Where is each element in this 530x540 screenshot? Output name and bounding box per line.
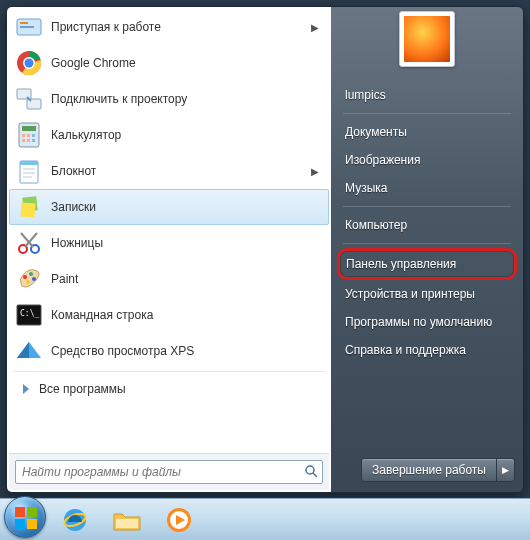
svg-text:C:\_: C:\_	[20, 309, 39, 318]
svg-rect-41	[116, 519, 138, 528]
program-notepad[interactable]: Блокнот ▶	[9, 153, 329, 189]
program-label: Приступая к работе	[51, 20, 311, 34]
right-computer[interactable]: Компьютер	[337, 211, 517, 239]
svg-rect-36	[27, 507, 37, 517]
svg-rect-35	[15, 507, 25, 517]
program-label: Подключить к проектору	[51, 92, 323, 106]
sticky-notes-icon	[13, 191, 45, 223]
divider	[13, 371, 325, 372]
program-getting-started[interactable]: Приступая к работе ▶	[9, 9, 329, 45]
search-icon[interactable]	[300, 464, 322, 481]
svg-point-28	[29, 272, 33, 276]
program-list: Приступая к работе ▶ Google Chrome Подкл…	[9, 9, 329, 453]
svg-point-29	[32, 277, 36, 281]
getting-started-icon	[13, 11, 45, 43]
svg-rect-2	[20, 26, 34, 28]
svg-rect-11	[27, 134, 30, 137]
svg-rect-1	[20, 22, 28, 24]
svg-rect-22	[21, 203, 36, 218]
search-row	[9, 453, 329, 490]
shutdown-button[interactable]: Завершение работы ▶	[361, 458, 515, 482]
submenu-arrow-icon: ▶	[311, 22, 323, 33]
right-devices-printers[interactable]: Устройства и принтеры	[337, 280, 517, 308]
user-avatar[interactable]	[399, 11, 455, 67]
svg-rect-12	[32, 134, 35, 137]
right-pictures[interactable]: Изображения	[337, 146, 517, 174]
svg-rect-10	[22, 134, 25, 137]
right-user[interactable]: lumpics	[337, 81, 517, 109]
avatar-wrap	[337, 11, 517, 67]
triangle-right-icon	[23, 384, 29, 394]
program-label: Paint	[51, 272, 323, 286]
xps-icon	[13, 335, 45, 367]
program-label: Записки	[51, 200, 323, 214]
start-menu: Приступая к работе ▶ Google Chrome Подкл…	[6, 6, 524, 493]
right-music[interactable]: Музыка	[337, 174, 517, 202]
svg-point-30	[26, 280, 30, 284]
program-label: Командная строка	[51, 308, 323, 322]
right-pane: lumpics Документы Изображения Музыка Ком…	[331, 7, 523, 492]
svg-rect-14	[27, 139, 30, 142]
program-label: Ножницы	[51, 236, 323, 250]
projector-icon	[13, 83, 45, 115]
svg-point-5	[25, 59, 34, 68]
all-programs-label: Все программы	[39, 382, 126, 396]
right-control-panel[interactable]: Панель управления	[337, 248, 517, 280]
taskbar-explorer[interactable]	[104, 504, 150, 536]
program-label: Калькулятор	[51, 128, 323, 142]
taskbar-media-player[interactable]	[156, 504, 202, 536]
program-paint[interactable]: Paint	[9, 261, 329, 297]
shutdown-options-arrow[interactable]: ▶	[496, 459, 514, 481]
svg-line-34	[313, 473, 317, 477]
separator	[343, 113, 511, 114]
scissors-icon	[13, 227, 45, 259]
taskbar-ie[interactable]	[52, 504, 98, 536]
all-programs[interactable]: Все программы	[9, 374, 329, 404]
taskbar	[0, 498, 530, 540]
right-help[interactable]: Справка и поддержка	[337, 336, 517, 364]
svg-rect-37	[15, 519, 25, 529]
right-default-programs[interactable]: Программы по умолчанию	[337, 308, 517, 336]
svg-point-27	[23, 275, 27, 279]
right-items: lumpics Документы Изображения Музыка Ком…	[337, 81, 517, 364]
ie-icon	[62, 507, 88, 533]
program-chrome[interactable]: Google Chrome	[9, 45, 329, 81]
left-pane: Приступая к работе ▶ Google Chrome Подкл…	[7, 7, 331, 492]
svg-rect-15	[32, 139, 35, 142]
program-xps-viewer[interactable]: Средство просмотра XPS	[9, 333, 329, 369]
svg-point-33	[306, 466, 314, 474]
separator	[343, 206, 511, 207]
windows-logo-icon	[14, 506, 38, 530]
shutdown-label: Завершение работы	[362, 459, 496, 481]
media-player-icon	[166, 507, 192, 533]
shutdown-row: Завершение работы ▶	[337, 458, 517, 486]
svg-rect-13	[22, 139, 25, 142]
program-label: Блокнот	[51, 164, 311, 178]
chrome-icon	[13, 47, 45, 79]
svg-rect-17	[20, 161, 38, 165]
separator	[343, 243, 511, 244]
program-snipping-tool[interactable]: Ножницы	[9, 225, 329, 261]
calculator-icon	[13, 119, 45, 151]
program-sticky-notes[interactable]: Записки	[9, 189, 329, 225]
cmd-icon: C:\_	[13, 299, 45, 331]
notepad-icon	[13, 155, 45, 187]
program-label: Средство просмотра XPS	[51, 344, 323, 358]
program-calculator[interactable]: Калькулятор	[9, 117, 329, 153]
program-projector[interactable]: Подключить к проектору	[9, 81, 329, 117]
paint-icon	[13, 263, 45, 295]
search-box[interactable]	[15, 460, 323, 484]
folder-icon	[112, 508, 142, 532]
right-documents[interactable]: Документы	[337, 118, 517, 146]
program-label: Google Chrome	[51, 56, 323, 70]
svg-rect-9	[22, 126, 36, 131]
submenu-arrow-icon: ▶	[311, 166, 323, 177]
svg-rect-38	[27, 519, 37, 529]
search-input[interactable]	[16, 465, 300, 479]
program-cmd[interactable]: C:\_ Командная строка	[9, 297, 329, 333]
start-button[interactable]	[4, 496, 46, 538]
